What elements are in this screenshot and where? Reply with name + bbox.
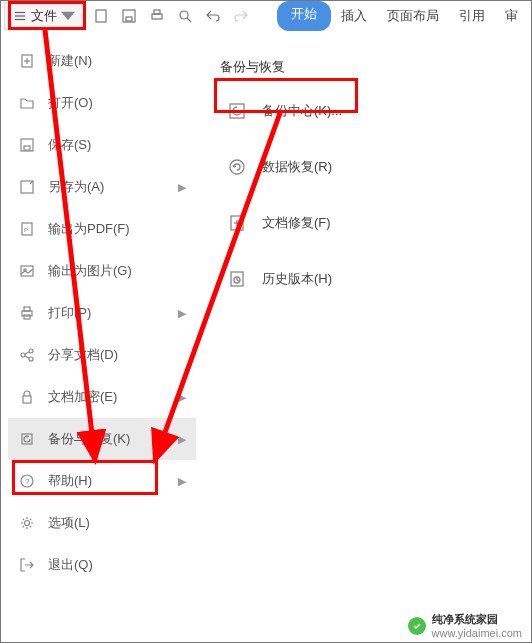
share-icon bbox=[18, 346, 36, 364]
menu-open[interactable]: 打开(O) bbox=[8, 82, 196, 124]
menu-label: 输出为PDF(F) bbox=[48, 220, 130, 238]
backup-center-icon bbox=[226, 100, 248, 122]
svg-rect-22 bbox=[24, 307, 30, 311]
tab-review[interactable]: 审 bbox=[495, 1, 528, 31]
menu-encrypt[interactable]: 文档加密(E) ▶ bbox=[8, 376, 196, 418]
menu-export-pdf[interactable]: P 输出为PDF(F) bbox=[8, 208, 196, 250]
menu-options[interactable]: 选项(L) bbox=[8, 502, 196, 544]
menu-label: 备份与恢复(K) bbox=[48, 430, 130, 448]
menu-print[interactable]: 打印(P) ▶ bbox=[8, 292, 196, 334]
chevron-right-icon: ▶ bbox=[178, 391, 186, 404]
doc-repair-icon bbox=[226, 212, 248, 234]
chevron-right-icon: ▶ bbox=[178, 181, 186, 194]
svg-point-24 bbox=[21, 353, 25, 357]
toolbar-print-icon[interactable] bbox=[146, 5, 168, 27]
exit-icon bbox=[18, 556, 36, 574]
watermark: 纯净系统家园 www.yidaimei.com bbox=[408, 612, 522, 639]
menu-label: 分享文档(D) bbox=[48, 346, 118, 364]
svg-rect-29 bbox=[23, 396, 31, 403]
menu-label: 帮助(H) bbox=[48, 472, 92, 490]
svg-rect-7 bbox=[152, 14, 162, 19]
save-icon bbox=[18, 136, 36, 154]
tab-reference[interactable]: 引用 bbox=[449, 1, 495, 31]
tab-insert[interactable]: 插入 bbox=[331, 1, 377, 31]
toolbar-redo-icon[interactable] bbox=[230, 5, 252, 27]
svg-point-33 bbox=[25, 521, 30, 526]
menu-label: 文档加密(E) bbox=[48, 388, 117, 406]
menu-label: 退出(Q) bbox=[48, 556, 93, 574]
menu-share[interactable]: 分享文档(D) bbox=[8, 334, 196, 376]
folder-icon bbox=[18, 94, 36, 112]
menu-label: 另存为(A) bbox=[48, 178, 104, 196]
svg-line-10 bbox=[187, 18, 191, 22]
chevron-down-icon bbox=[61, 9, 75, 23]
toolbar-undo-icon[interactable] bbox=[202, 5, 224, 27]
new-icon bbox=[18, 52, 36, 70]
svg-line-27 bbox=[25, 352, 29, 354]
data-recovery-icon bbox=[226, 156, 248, 178]
menu-label: 输出为图片(G) bbox=[48, 262, 132, 280]
svg-rect-34 bbox=[230, 104, 244, 118]
svg-rect-6 bbox=[126, 17, 132, 21]
chevron-right-icon: ▶ bbox=[178, 307, 186, 320]
svg-rect-4 bbox=[96, 10, 106, 22]
svg-point-35 bbox=[230, 160, 244, 174]
chevron-right-icon: ▶ bbox=[178, 475, 186, 488]
svg-text:P: P bbox=[24, 227, 28, 233]
submenu-doc-repair[interactable]: 文档修复(F) bbox=[200, 202, 520, 244]
submenu-label: 数据恢复(R) bbox=[262, 158, 332, 176]
svg-line-28 bbox=[25, 356, 29, 358]
svg-text:?: ? bbox=[25, 477, 30, 486]
watermark-url: www.yidaimei.com bbox=[432, 627, 522, 639]
svg-rect-8 bbox=[154, 10, 160, 14]
lock-icon bbox=[18, 388, 36, 406]
watermark-brand: 纯净系统家园 bbox=[432, 613, 498, 625]
history-icon bbox=[226, 268, 248, 290]
gear-icon bbox=[18, 514, 36, 532]
menu-label: 打开(O) bbox=[48, 94, 93, 112]
submenu-data-recovery[interactable]: 数据恢复(R) bbox=[200, 146, 520, 188]
submenu-label: 历史版本(H) bbox=[262, 270, 332, 288]
toolbar-preview-icon[interactable] bbox=[174, 5, 196, 27]
hamburger-icon bbox=[13, 9, 27, 23]
menu-exit[interactable]: 退出(Q) bbox=[8, 544, 196, 586]
svg-rect-5 bbox=[123, 10, 135, 22]
menu-backup-restore[interactable]: 备份与恢复(K) ▶ bbox=[8, 418, 196, 460]
tab-page-layout[interactable]: 页面布局 bbox=[377, 1, 449, 31]
submenu-label: 文档修复(F) bbox=[262, 214, 331, 232]
chevron-right-icon: ▶ bbox=[178, 433, 186, 446]
watermark-logo-icon bbox=[408, 617, 426, 635]
submenu-history[interactable]: 历史版本(H) bbox=[200, 258, 520, 300]
svg-point-26 bbox=[29, 357, 33, 361]
menu-label: 选项(L) bbox=[48, 514, 90, 532]
svg-rect-15 bbox=[24, 146, 30, 150]
submenu-title: 备份与恢复 bbox=[200, 52, 520, 90]
svg-marker-3 bbox=[61, 12, 75, 20]
file-menu-button[interactable]: 文件 bbox=[4, 2, 84, 30]
pdf-icon: P bbox=[18, 220, 36, 238]
menu-help[interactable]: ? 帮助(H) ▶ bbox=[8, 460, 196, 502]
svg-line-42 bbox=[237, 280, 239, 281]
file-menu-label: 文件 bbox=[31, 7, 57, 25]
help-icon: ? bbox=[18, 472, 36, 490]
saveas-icon bbox=[18, 178, 36, 196]
menu-save[interactable]: 保存(S) bbox=[8, 124, 196, 166]
toolbar-paste-icon[interactable] bbox=[90, 5, 112, 27]
submenu-label: 备份中心(K)... bbox=[262, 102, 342, 120]
svg-rect-14 bbox=[21, 139, 33, 151]
menu-label: 保存(S) bbox=[48, 136, 91, 154]
image-icon bbox=[18, 262, 36, 280]
svg-point-25 bbox=[29, 349, 33, 353]
menu-label: 新建(N) bbox=[48, 52, 92, 70]
menu-export-image[interactable]: 输出为图片(G) bbox=[8, 250, 196, 292]
toolbar-save-icon[interactable] bbox=[118, 5, 140, 27]
menu-new[interactable]: 新建(N) bbox=[8, 40, 196, 82]
backup-icon bbox=[18, 430, 36, 448]
svg-point-9 bbox=[180, 11, 188, 19]
menu-save-as[interactable]: 另存为(A) ▶ bbox=[8, 166, 196, 208]
print-icon bbox=[18, 304, 36, 322]
menu-label: 打印(P) bbox=[48, 304, 91, 322]
tab-start[interactable]: 开始 bbox=[277, 1, 331, 31]
submenu-backup-center[interactable]: 备份中心(K)... bbox=[200, 90, 520, 132]
